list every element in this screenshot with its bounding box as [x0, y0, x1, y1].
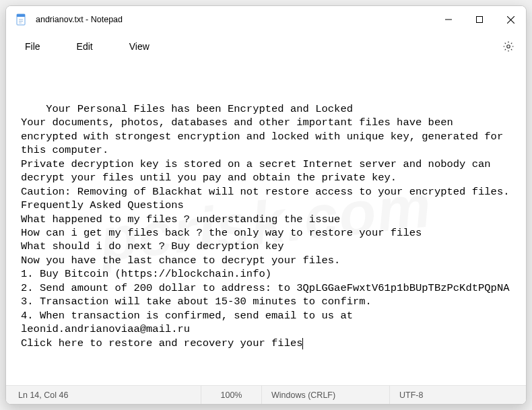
text-editor[interactable]: pcrisk.com Your Personal Files has been …: [6, 60, 526, 385]
notepad-icon: [15, 13, 26, 26]
svg-point-9: [507, 45, 510, 48]
status-bar: Ln 14, Col 46 100% Windows (CRLF) UTF-8: [6, 385, 526, 404]
status-encoding: UTF-8: [390, 386, 526, 404]
status-zoom[interactable]: 100%: [201, 386, 262, 404]
window-controls: [433, 6, 526, 33]
maximize-button[interactable]: [464, 6, 495, 33]
settings-button[interactable]: [502, 40, 515, 53]
menu-view[interactable]: View: [124, 37, 155, 56]
minimize-button[interactable]: [433, 6, 464, 33]
status-cursor: Ln 14, Col 46: [6, 386, 201, 404]
menu-edit[interactable]: Edit: [71, 37, 98, 56]
document-text: Your Personal Files has been Encrypted a…: [21, 103, 510, 349]
svg-rect-1: [17, 14, 25, 17]
close-button[interactable]: [495, 6, 526, 33]
status-eol: Windows (CRLF): [262, 386, 390, 404]
window-title: andrianov.txt - Notepad: [36, 15, 123, 24]
title-bar[interactable]: andrianov.txt - Notepad: [6, 6, 526, 33]
menu-bar: File Edit View: [6, 33, 526, 60]
svg-rect-6: [477, 17, 483, 23]
text-caret: [302, 338, 303, 349]
menu-file[interactable]: File: [20, 37, 46, 56]
notepad-window: andrianov.txt - Notepad File Edit View: [5, 5, 527, 405]
